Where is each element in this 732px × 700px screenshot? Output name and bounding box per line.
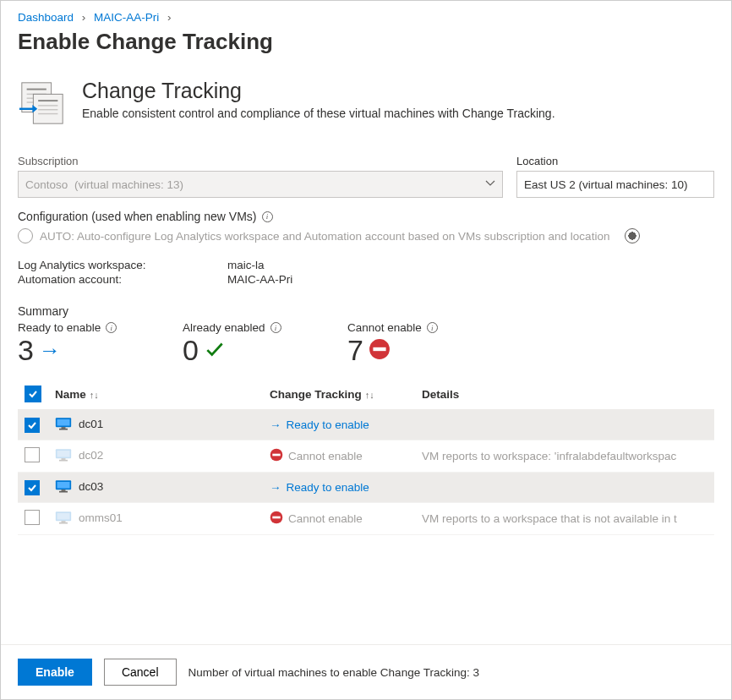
arrow-right-icon: → <box>270 481 281 494</box>
sort-icon[interactable]: ↑↓ <box>365 390 374 400</box>
svg-rect-25 <box>59 491 68 493</box>
row-checkbox[interactable] <box>25 480 40 495</box>
col-header-details[interactable]: Details <box>422 388 459 401</box>
status-ready: →Ready to enable <box>270 418 408 431</box>
change-tracking-icon <box>18 79 67 131</box>
info-icon[interactable]: i <box>427 322 438 333</box>
page-title: Enable Change Tracking <box>18 29 714 55</box>
info-icon[interactable]: i <box>106 322 117 333</box>
summary-ready-value: 3 <box>18 334 34 367</box>
chevron-right-icon: › <box>82 11 86 24</box>
hero-title: Change Tracking <box>82 79 555 103</box>
status-ready: →Ready to enable <box>270 481 408 494</box>
svg-rect-5 <box>33 94 63 123</box>
vm-details: VM reports to a workspace that is not av… <box>422 512 677 525</box>
chevron-down-icon <box>485 178 495 191</box>
arrow-right-icon: → <box>270 418 281 431</box>
select-all-checkbox[interactable] <box>25 386 41 402</box>
automation-account-value: MAIC-AA-Pri <box>227 273 292 286</box>
location-dropdown[interactable]: East US 2 (virtual machines: 10) <box>516 171 714 198</box>
svg-rect-27 <box>57 513 70 520</box>
radio-custom[interactable] <box>625 228 640 243</box>
vm-icon <box>55 511 72 527</box>
vm-icon <box>55 448 72 464</box>
vm-details: VM reports to workspace: 'infralabdefaul… <box>422 450 676 462</box>
configuration-label: Configuration (used when enabling new VM… <box>18 210 714 223</box>
log-analytics-workspace-label: Log Analytics workspace: <box>18 259 227 271</box>
table-row[interactable]: omms01 Cannot enable VM reports to a wor… <box>18 503 714 535</box>
row-checkbox[interactable] <box>25 418 40 433</box>
summary-already-value: 0 <box>183 334 199 367</box>
svg-rect-23 <box>57 482 70 489</box>
radio-auto-label: AUTO: Auto-configure Log Analytics works… <box>40 230 609 243</box>
location-value: East US 2 (virtual machines: 10) <box>524 178 688 191</box>
summary-title: Summary <box>18 304 714 318</box>
stop-icon <box>270 448 283 464</box>
vm-name: dc03 <box>79 480 103 493</box>
svg-rect-11 <box>373 347 385 351</box>
vm-name: dc02 <box>79 449 103 462</box>
info-icon[interactable]: i <box>262 211 273 222</box>
check-icon <box>204 334 226 367</box>
subscription-label: Subscription <box>18 155 503 167</box>
hero-section: Change Tracking Enable consistent contro… <box>18 79 714 131</box>
status-cannot: Cannot enable <box>270 448 408 464</box>
radio-auto[interactable] <box>18 228 33 243</box>
subscription-suffix: (virtual machines: 13) <box>74 178 183 191</box>
row-checkbox[interactable] <box>25 510 40 525</box>
svg-rect-13 <box>57 419 70 426</box>
breadcrumb: Dashboard › MAIC-AA-Pri › <box>18 11 714 24</box>
log-analytics-workspace-value: maic-la <box>227 259 265 271</box>
status-cannot: Cannot enable <box>270 511 408 527</box>
summary-already-label: Already enabled <box>183 321 265 334</box>
col-header-name[interactable]: Name <box>55 388 86 401</box>
col-header-change-tracking[interactable]: Change Tracking <box>270 388 362 401</box>
breadcrumb-link-dashboard[interactable]: Dashboard <box>18 11 74 24</box>
svg-rect-15 <box>59 429 68 430</box>
hero-description: Enable consistent control and compliance… <box>82 107 555 120</box>
summary-ready-label: Ready to enable <box>18 321 101 334</box>
row-checkbox[interactable] <box>25 447 40 462</box>
table-row[interactable]: dc03 →Ready to enable <box>18 473 714 503</box>
vm-name: dc01 <box>79 418 103 430</box>
summary-cannot-value: 7 <box>347 334 363 367</box>
cancel-button[interactable]: Cancel <box>104 659 177 686</box>
sort-icon[interactable]: ↑↓ <box>90 390 99 400</box>
footer-count-text: Number of virtual machines to enable Cha… <box>188 666 479 679</box>
breadcrumb-link-resource[interactable]: MAIC-AA-Pri <box>94 11 159 24</box>
vm-name: omms01 <box>79 511 123 524</box>
vm-table: Name↑↓ Change Tracking↑↓ Details dc01 →R… <box>18 379 714 535</box>
summary-ready[interactable]: Ready to enablei 3→ <box>18 321 183 367</box>
table-row[interactable]: dc02 Cannot enable VM reports to workspa… <box>18 440 714 473</box>
svg-rect-31 <box>272 517 280 519</box>
location-label: Location <box>516 155 714 167</box>
svg-rect-29 <box>59 522 68 524</box>
stop-icon <box>369 334 391 367</box>
svg-rect-18 <box>62 458 66 460</box>
enable-button[interactable]: Enable <box>18 659 92 686</box>
stop-icon <box>270 511 283 527</box>
arrow-right-icon: → <box>39 337 61 364</box>
table-row[interactable]: dc01 →Ready to enable <box>18 410 714 440</box>
subscription-value: Contoso <box>25 178 68 191</box>
summary-cannot[interactable]: Cannot enablei 7 <box>347 321 512 367</box>
svg-rect-19 <box>59 460 68 462</box>
svg-rect-14 <box>62 427 66 429</box>
vm-icon <box>55 417 72 433</box>
summary-already[interactable]: Already enabledi 0 <box>183 321 347 367</box>
info-icon[interactable]: i <box>270 322 281 333</box>
svg-rect-21 <box>272 454 280 457</box>
summary-cannot-label: Cannot enable <box>347 321 422 334</box>
svg-rect-17 <box>57 451 70 457</box>
svg-rect-28 <box>62 521 66 522</box>
subscription-dropdown[interactable]: Contoso (virtual machines: 13) <box>18 171 503 198</box>
svg-rect-24 <box>62 489 66 491</box>
footer-bar: Enable Cancel Number of virtual machines… <box>1 644 731 699</box>
vm-icon <box>55 479 72 495</box>
chevron-right-icon: › <box>167 11 172 24</box>
automation-account-label: Automation account: <box>18 273 227 286</box>
